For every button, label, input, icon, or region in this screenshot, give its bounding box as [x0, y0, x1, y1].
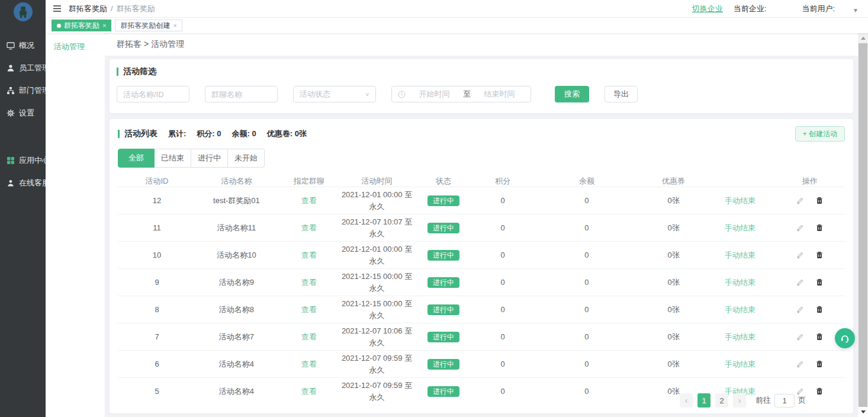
- manual-finish-link[interactable]: 手动结束: [725, 305, 756, 314]
- edit-pencil-icon[interactable]: [796, 360, 804, 368]
- sidebar-item-appcenter[interactable]: 应用中心: [0, 149, 46, 172]
- activity-name-input[interactable]: [117, 86, 189, 102]
- delete-trash-icon[interactable]: [816, 333, 823, 341]
- search-button[interactable]: 搜索: [555, 86, 589, 102]
- page-buttons: 12: [697, 393, 728, 408]
- cell-operations: [775, 306, 845, 313]
- delete-trash-icon[interactable]: [816, 306, 823, 313]
- status-tab-2[interactable]: 进行中: [191, 149, 228, 168]
- scroll-down-arrow-icon[interactable]: [858, 407, 868, 417]
- edit-pencil-icon[interactable]: [796, 224, 804, 232]
- time-start: 2021-12-01 00:00 至: [340, 243, 413, 255]
- edit-pencil-icon[interactable]: [796, 306, 804, 313]
- status-select-placeholder: 活动状态: [300, 89, 330, 100]
- tab-close-icon[interactable]: ×: [102, 22, 106, 29]
- submenu-item-activity-management[interactable]: 活动管理: [46, 41, 105, 52]
- goto-label: 前往: [756, 395, 771, 406]
- cell-activity-time: 2021-12-01 00:00 至永久: [340, 243, 413, 267]
- scrollbar-thumb[interactable]: [859, 43, 867, 417]
- activity-status-select[interactable]: 活动状态 ∨: [293, 86, 376, 102]
- summary-total-label: 累计:: [168, 129, 186, 139]
- status-tab-3[interactable]: 未开始: [228, 149, 265, 168]
- cell-activity-name: 活动名称9: [196, 277, 277, 288]
- scroll-up-arrow-icon[interactable]: [858, 33, 868, 43]
- manual-finish-link[interactable]: 手动结束: [725, 223, 756, 232]
- tab-1[interactable]: 群拓客奖励创建×: [115, 20, 182, 31]
- sidebar-item-service[interactable]: 在线客服: [0, 172, 46, 194]
- cell-coupons: 0张: [642, 304, 706, 315]
- edit-pencil-icon[interactable]: [796, 197, 804, 204]
- page-button-1[interactable]: 1: [697, 393, 711, 408]
- export-button[interactable]: 导出: [605, 86, 638, 102]
- status-tab-1[interactable]: 已结束: [155, 149, 191, 168]
- lower-region: 活动管理 群拓客 > 活动管理 活动筛选 活动状态 ∨: [46, 33, 868, 417]
- end-date-placeholder[interactable]: 结束时间: [474, 89, 525, 100]
- delete-trash-icon[interactable]: [816, 197, 823, 204]
- user-dropdown-caret-icon[interactable]: ▼: [853, 7, 859, 14]
- cell-finish: 手动结束: [705, 304, 774, 315]
- appcenter-icon: [7, 156, 15, 165]
- customer-service-float-button[interactable]: [835, 328, 855, 348]
- current-company-label: 当前企业:: [734, 4, 767, 14]
- view-link[interactable]: 查看: [301, 223, 317, 232]
- cell-activity-name: 活动名称10: [196, 250, 277, 261]
- hamburger-icon[interactable]: [53, 5, 62, 12]
- manual-finish-link[interactable]: 手动结束: [725, 332, 756, 341]
- view-link[interactable]: 查看: [301, 360, 317, 368]
- cell-points: 0: [474, 196, 532, 205]
- filter-controls: 活动状态 ∨ 开始时间 至 结束时间 搜索 导出: [117, 86, 846, 102]
- cell-balance: 0: [532, 305, 642, 314]
- column-header-1: 活动名称: [196, 176, 277, 187]
- app-logo[interactable]: [14, 2, 33, 21]
- edit-pencil-icon[interactable]: [796, 333, 804, 341]
- sidebar-item-staff[interactable]: 员工管理: [0, 57, 46, 79]
- create-activity-button[interactable]: + 创建活动: [795, 126, 845, 142]
- delete-trash-icon[interactable]: [816, 278, 823, 286]
- sidebar-item-settings[interactable]: 设置: [0, 102, 46, 124]
- tab-close-icon[interactable]: ×: [173, 22, 176, 29]
- sidebar-item-overview[interactable]: 概况: [0, 34, 46, 57]
- switch-company-link[interactable]: 切换企业: [692, 4, 723, 14]
- view-link[interactable]: 查看: [301, 196, 317, 205]
- cell-balance: 0: [532, 251, 642, 259]
- time-end: 永久: [340, 201, 413, 213]
- delete-trash-icon[interactable]: [816, 360, 823, 368]
- edit-pencil-icon[interactable]: [796, 278, 804, 286]
- cell-balance: 0: [532, 223, 642, 232]
- time-start: 2021-12-01 00:00 至: [340, 189, 413, 201]
- delete-trash-icon[interactable]: [816, 224, 823, 232]
- breadcrumb-root[interactable]: 群拓客奖励: [69, 4, 107, 14]
- edit-pencil-icon[interactable]: [796, 251, 804, 259]
- cell-points: 0: [474, 223, 532, 232]
- page-breadcrumb: 群拓客 > 活动管理: [105, 33, 858, 56]
- cell-operations: [775, 360, 845, 368]
- cell-activity-id: 7: [118, 332, 196, 341]
- view-link[interactable]: 查看: [301, 305, 317, 314]
- vertical-scrollbar[interactable]: [858, 33, 868, 417]
- date-range-picker[interactable]: 开始时间 至 结束时间: [391, 86, 531, 102]
- sidebar-item-department[interactable]: 部门管理: [0, 79, 46, 102]
- cell-view: 查看: [277, 332, 341, 342]
- next-page-button[interactable]: ›: [733, 393, 746, 408]
- group-name-input[interactable]: [205, 86, 278, 102]
- delete-trash-icon[interactable]: [816, 251, 823, 259]
- manual-finish-link[interactable]: 手动结束: [725, 360, 756, 368]
- view-link[interactable]: 查看: [301, 332, 317, 341]
- start-date-placeholder[interactable]: 开始时间: [409, 89, 459, 100]
- manual-finish-link[interactable]: 手动结束: [725, 196, 756, 205]
- manual-finish-link[interactable]: 手动结束: [725, 278, 756, 287]
- goto-page-input[interactable]: [774, 394, 795, 408]
- page-button-2[interactable]: 2: [715, 393, 728, 408]
- view-link[interactable]: 查看: [301, 251, 317, 259]
- sidebar-item-label: 概况: [19, 40, 34, 51]
- sidebar-menu-gap: [0, 124, 46, 149]
- status-badge: 进行中: [427, 223, 459, 233]
- status-tab-0[interactable]: 全部: [118, 149, 155, 168]
- time-start: 2021-12-07 09:59 至: [340, 352, 413, 364]
- cell-activity-name: 活动名称4: [196, 359, 277, 370]
- column-header-9: 操作: [775, 176, 845, 187]
- view-link[interactable]: 查看: [301, 278, 317, 287]
- prev-page-button[interactable]: ‹: [680, 393, 693, 408]
- tab-0[interactable]: 群拓客奖励×: [52, 20, 111, 31]
- manual-finish-link[interactable]: 手动结束: [725, 251, 756, 259]
